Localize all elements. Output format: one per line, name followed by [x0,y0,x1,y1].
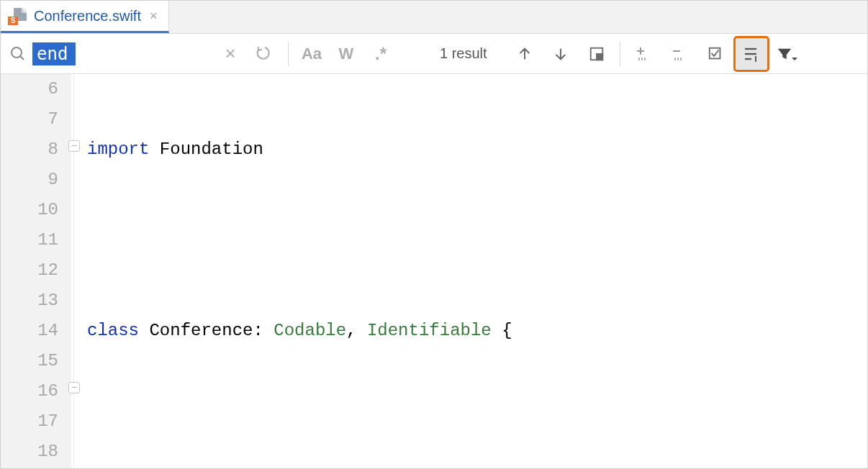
add-selection-button[interactable] [628,38,659,70]
code-line: import Foundation [87,135,867,165]
remove-selection-button[interactable] [664,38,695,70]
svg-point-0 [12,47,22,58]
code-line [87,225,867,255]
editor-tab[interactable]: S Conference.swift × [1,1,169,33]
svg-rect-9 [709,47,720,58]
search-input[interactable] [32,42,76,65]
svg-line-1 [20,56,24,60]
editor-tab-bar: S Conference.swift × [1,1,867,34]
tab-filename: Conference.swift [34,8,141,24]
whole-word-button[interactable]: W [332,40,361,68]
next-match-button[interactable] [545,38,577,70]
regex-button[interactable]: .* [366,40,395,68]
code-area[interactable]: import Foundation class Conference: Coda… [87,74,867,468]
result-count: 1 result [411,45,505,62]
prev-match-button[interactable] [509,38,541,70]
fold-toggle-icon[interactable]: − [68,140,80,152]
line-number-gutter: 6 7 8 9 10 11 12 13 14 15 16 17 18 [1,74,71,468]
find-toolbar: × Aa W .* 1 result [1,34,867,74]
search-in-selection-button[interactable] [736,38,767,70]
search-icon [9,45,27,63]
swift-file-icon: S [9,8,27,24]
close-tab-icon[interactable]: × [148,9,159,24]
filter-button[interactable] [772,38,803,70]
match-case-button[interactable]: Aa [297,40,326,68]
select-all-button[interactable] [581,38,612,70]
fold-toggle-icon[interactable]: − [68,382,80,393]
search-history-button[interactable] [250,40,279,68]
clear-search-button[interactable]: × [216,40,245,68]
svg-rect-5 [597,54,602,60]
code-line [87,406,867,437]
select-occurrences-button[interactable] [700,38,731,70]
fold-gutter: − − [71,74,87,468]
code-line: class Conference: Codable, Identifiable … [87,316,867,346]
code-editor[interactable]: 6 7 8 9 10 11 12 13 14 15 16 17 18 − − i… [1,74,867,468]
